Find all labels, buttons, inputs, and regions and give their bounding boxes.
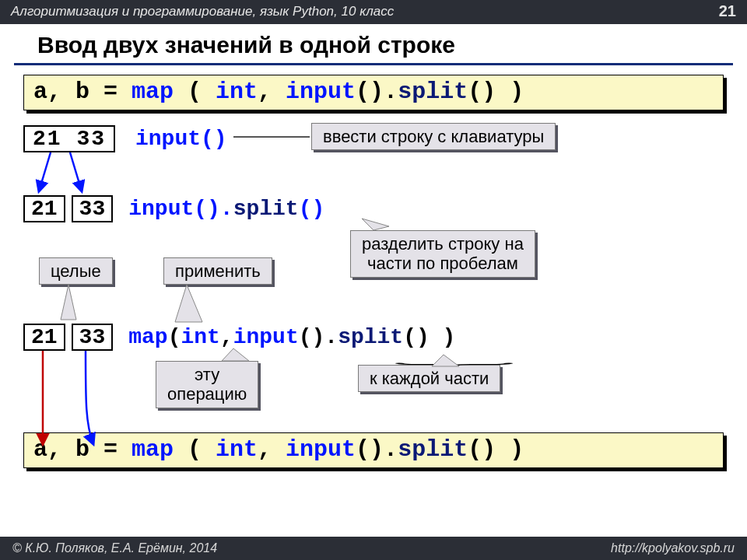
kw-int-b: int <box>216 436 258 463</box>
callout-input: ввести строку с клавиатуры <box>311 123 556 150</box>
footer-left: © К.Ю. Поляков, Е.А. Ерёмин, 2014 <box>12 541 217 555</box>
callout-split: разделить строку начасти по пробелам <box>350 230 535 278</box>
sample-left-2: 21 <box>23 324 65 351</box>
kw-split3: split <box>338 325 403 349</box>
kw-map-b: map <box>132 436 174 463</box>
sample-right-1: 33 <box>72 195 114 222</box>
kw-split: split <box>398 79 468 105</box>
page-number: 21 <box>719 2 736 20</box>
e3-paren: ( <box>168 325 181 349</box>
step-split: 21 33 input().split() <box>23 195 324 222</box>
code-lhs: a, b = <box>33 79 132 105</box>
kw-input-b: input <box>286 436 356 463</box>
footer-right: http://kpolyakov.spb.ru <box>611 541 735 555</box>
kw-split-b: split <box>398 436 468 463</box>
sample-right-2: 33 <box>72 324 114 351</box>
content-area: a, b = map ( int, input().split() ) 21 3… <box>0 75 747 526</box>
step-input: 21 33 input() <box>23 125 227 152</box>
step-map: 21 33 map ( int, input().split() ) <box>23 324 455 351</box>
code-tail: () ) <box>468 79 524 105</box>
code-paren: ( <box>174 79 216 105</box>
e3-tail: () ) <box>403 325 455 349</box>
sample-left-1: 21 <box>23 195 65 222</box>
svg-line-1 <box>70 152 82 191</box>
expr-paren: () <box>299 197 325 221</box>
callout-each: к каждой части <box>358 365 500 392</box>
expr-split: split <box>233 197 299 221</box>
code-summary-bottom: a, b = map ( int, input().split() ) <box>23 432 724 468</box>
svg-line-0 <box>39 152 51 191</box>
kw-int2: int <box>181 325 219 349</box>
callout-whole: целые <box>39 257 113 285</box>
code-paren-b: ( <box>174 436 216 463</box>
expr-input2: input(). <box>128 197 233 221</box>
footer-bar: © К.Ю. Поляков, Е.А. Ерёмин, 2014 http:/… <box>0 537 747 560</box>
kw-input: input <box>286 79 356 105</box>
brace-icon: ⏟ <box>395 348 512 367</box>
e3-dot: (). <box>299 325 338 349</box>
kw-int: int <box>216 79 258 105</box>
svg-marker-4 <box>61 285 76 320</box>
code-call: (). <box>356 79 398 105</box>
sample-joined: 21 33 <box>23 125 115 152</box>
code-lhs-b: a, b = <box>33 436 132 463</box>
e3-comma: , <box>220 325 233 349</box>
kw-map: map <box>132 79 174 105</box>
kw-map2: map <box>128 325 167 349</box>
callout-apply: применить <box>163 257 272 285</box>
code-summary-top: a, b = map ( int, input().split() ) <box>23 75 724 110</box>
slide-title: Ввод двух значений в одной строке <box>14 24 733 65</box>
svg-marker-5 <box>175 285 202 322</box>
expr-input: input() <box>135 127 227 151</box>
code-comma: , <box>258 79 286 105</box>
code-call-b: (). <box>356 436 398 463</box>
callout-op: этуоперацию <box>156 361 258 408</box>
course-title: Алгоритмизация и программирование, язык … <box>11 4 394 19</box>
header-bar: Алгоритмизация и программирование, язык … <box>0 0 747 24</box>
svg-marker-3 <box>362 219 389 230</box>
code-comma-b: , <box>258 436 286 463</box>
kw-input3: input <box>233 325 299 349</box>
code-tail-b: () ) <box>468 436 524 463</box>
